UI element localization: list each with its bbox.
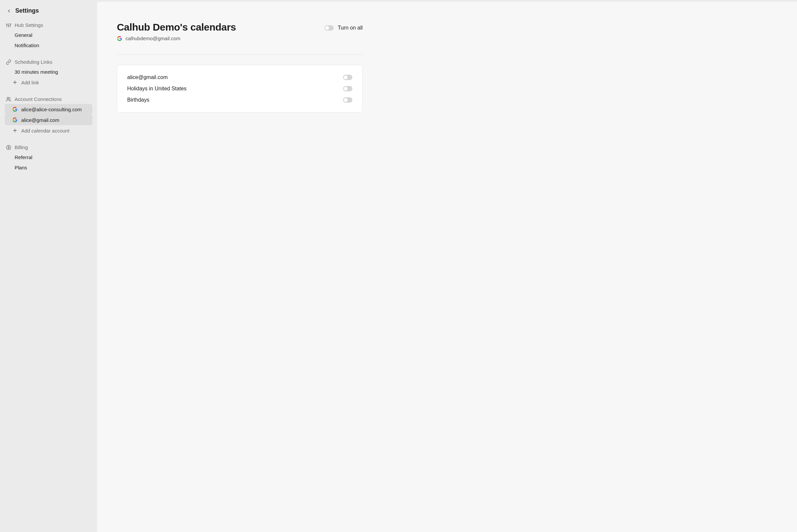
plus-icon	[12, 128, 18, 133]
section-title-label: Hub Settings	[15, 22, 43, 28]
section-title-billing: Billing	[5, 142, 92, 152]
account-email: calhubdemo@gmail.com	[126, 36, 180, 41]
calendar-row: alice@gmail.com	[127, 72, 352, 83]
sidebar-item-label: General	[15, 32, 32, 38]
turn-on-all: Turn on all	[324, 25, 363, 31]
dollar-icon	[6, 145, 11, 150]
sidebar-item-label: Plans	[15, 165, 27, 170]
page-title: Calhub Demo's calendars	[117, 22, 236, 33]
sidebar-item-label: Add link	[21, 80, 39, 86]
section-title-accounts: Account Connections	[5, 94, 92, 104]
turn-on-all-toggle[interactable]	[324, 25, 334, 31]
calendar-toggle[interactable]	[343, 75, 352, 80]
sidebar-item-label: Add calendar account	[21, 128, 70, 133]
sidebar-item-add-account[interactable]: Add calendar account	[5, 125, 92, 136]
sidebar-section-billing: Billing Referral Plans	[5, 142, 92, 173]
google-icon	[12, 117, 18, 123]
calendar-row: Birthdays	[127, 94, 352, 106]
sidebar-section-hub: Hub Settings General Notification	[5, 20, 92, 51]
sidebar-item-30min-meeting[interactable]: 30 minutes meeting	[5, 67, 92, 77]
svg-point-8	[7, 97, 8, 99]
sidebar-item-add-link[interactable]: Add link	[5, 77, 92, 88]
svg-point-5	[10, 23, 11, 24]
turn-on-all-label: Turn on all	[338, 25, 363, 31]
sidebar-item-plans[interactable]: Plans	[5, 163, 92, 173]
back-icon[interactable]	[6, 8, 12, 14]
svg-point-3	[6, 24, 7, 25]
sidebar-item-general[interactable]: General	[5, 30, 92, 40]
svg-point-4	[8, 25, 9, 26]
sidebar-section-accounts: Account Connections alice@alice-consulti…	[5, 94, 92, 136]
google-icon	[117, 36, 122, 41]
main-panel: Calhub Demo's calendars calhubdemo@gmail…	[97, 2, 797, 532]
calendar-name: Birthdays	[127, 97, 149, 103]
sidebar: Settings Hub Settings General Notificati…	[0, 0, 97, 532]
sidebar-title: Settings	[15, 7, 39, 14]
section-title-label: Billing	[15, 145, 28, 150]
sidebar-item-label: alice@alice-consulting.com	[21, 107, 82, 112]
calendar-toggle[interactable]	[343, 86, 352, 91]
link-icon	[6, 59, 11, 65]
calendar-name: alice@gmail.com	[127, 74, 168, 80]
sidebar-item-label: Referral	[15, 154, 32, 160]
section-title-scheduling: Scheduling Links	[5, 57, 92, 67]
section-title-label: Scheduling Links	[15, 59, 52, 65]
sidebar-item-label: alice@gmail.com	[21, 117, 59, 123]
sidebar-item-notification[interactable]: Notification	[5, 40, 92, 51]
calendars-card: alice@gmail.com Holidays in United State…	[117, 65, 363, 113]
section-title-hub: Hub Settings	[5, 20, 92, 30]
sidebar-item-account-0[interactable]: alice@alice-consulting.com	[5, 104, 92, 115]
calendar-row: Holidays in United States	[127, 83, 352, 94]
section-title-label: Account Connections	[15, 96, 62, 102]
sidebar-item-label: Notification	[15, 42, 39, 48]
sidebar-section-scheduling: Scheduling Links 30 minutes meeting Add …	[5, 57, 92, 88]
account-subheader: calhubdemo@gmail.com	[117, 36, 236, 41]
sidebar-header: Settings	[5, 6, 92, 20]
users-icon	[6, 97, 11, 102]
sidebar-item-referral[interactable]: Referral	[5, 152, 92, 163]
calendar-toggle[interactable]	[343, 97, 352, 102]
sidebar-item-account-1[interactable]: alice@gmail.com	[5, 115, 92, 125]
plus-icon	[12, 79, 18, 86]
sidebar-item-label: 30 minutes meeting	[15, 69, 58, 75]
google-icon	[12, 106, 18, 112]
sliders-icon	[6, 23, 11, 28]
calendar-name: Holidays in United States	[127, 86, 187, 92]
